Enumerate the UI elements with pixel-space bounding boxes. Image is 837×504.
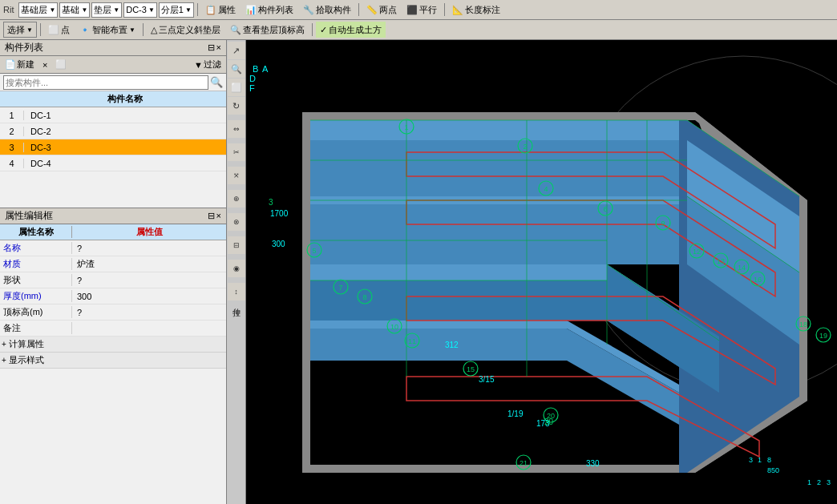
svg-text:1: 1 [758,456,762,464]
liangdian-button[interactable]: 📏 两点 [362,2,401,18]
svg-text:6: 6 [603,205,607,213]
dian-button[interactable]: ⬜ 点 [44,22,74,38]
table-row[interactable]: 2 DC-2 [0,123,226,139]
changdu-button[interactable]: 📐 长度标注 [448,2,504,18]
svg-text:16: 16 [754,276,762,284]
props-row-val[interactable]: ? [72,308,226,317]
sep4 [40,23,41,36]
svg-text:12: 12 [693,248,701,256]
svg-text:330: 330 [586,459,600,468]
sandian-button[interactable]: △ 三点定义斜垫层 [147,22,224,38]
panel-close-icon[interactable]: × [216,42,221,53]
display-style-group[interactable]: + 显示样式 [0,353,226,369]
delete-component-button[interactable]: × [39,58,51,71]
svg-text:3: 3 [749,456,753,464]
props-float-icon[interactable]: ⊟ [208,211,215,221]
liebiaoBtn-button[interactable]: 📊 构件列表 [241,2,297,18]
props-row-name: 顶标高(m) [0,306,72,318]
display-style-label: 显示样式 [9,354,44,366]
left-tools: ↗ 🔍 ⬜ ↻ ⇔ 延伸 ✂ 修剪 ⤧ 打断 ⊕ 合并 ⊗ 分割 ⊟ 对齐 ◉ … [227,40,246,504]
sep5 [143,23,144,36]
rotate-tool[interactable]: ↻ [228,97,245,115]
svg-text:3/15: 3/15 [479,375,495,384]
row-name: DC-4 [24,159,226,168]
fen1-dropdown[interactable]: 分层1 ▼ [159,2,194,18]
liangdian-label: 两点 [379,4,397,16]
dc3-dropdown[interactable]: DC-3 ▼ [123,2,157,18]
shuxing-button[interactable]: 📋 属性 [201,2,240,18]
extend-label: 延伸 [232,138,241,141]
new-icon: 📄 [5,59,16,70]
new-component-button[interactable]: 📄 新建 [2,57,38,72]
props-title-text: 属性编辑框 [5,209,53,223]
svg-text:850: 850 [767,466,779,474]
arrow-tool[interactable]: ↗ [228,42,245,59]
panel-title-text: 构件列表 [5,41,43,54]
align-tool[interactable]: ⊟ [228,236,245,254]
second-toolbar: 选择 ▼ ⬜ 点 🔹 智能布置 ▼ △ 三点定义斜垫层 🔍 查看垫层顶标高 ✓ … [0,20,837,40]
ticaigj-label: 拾取构件 [316,4,351,16]
zidong-button[interactable]: ✓ 自动生成土方 [316,22,386,38]
props-row-val[interactable]: 300 [72,292,226,301]
sandian-label: 三点定义斜垫层 [159,24,220,36]
svg-text:312: 312 [445,341,459,349]
copy-component-button[interactable]: ⬜ [52,58,70,71]
table-row[interactable]: 3 DC-3 [0,139,226,155]
trim-tool[interactable]: ✂ [228,143,245,161]
svg-text:3: 3 [269,198,273,207]
chakan-button[interactable]: 🔍 查看垫层顶标高 [226,22,309,38]
filter-icon: ▼ [194,60,203,70]
pull-label: 拉伸 [232,300,241,304]
svg-text:8: 8 [362,293,366,301]
svg-text:1: 1 [807,478,811,486]
zoom-tool[interactable]: 🔍 [228,60,245,78]
dieceng-arrow: ▼ [113,6,119,14]
jichu-label: 基础 [62,4,79,16]
offset-label: 偏移 [232,277,241,280]
ticaigj-icon: 🔧 [303,5,314,15]
props-row-val[interactable]: ? [72,276,226,285]
ticaigj-button[interactable]: 🔧 拾取构件 [299,2,355,18]
top-toolbar: Rit 基础层 ▼ 基础 ▼ 垫层 ▼ DC-3 ▼ 分层1 ▼ 📋 属性 📊 … [0,0,837,20]
panel-float-icon[interactable]: ⊟ [208,42,215,53]
new-label: 新建 [17,58,34,71]
jiceng-dropdown[interactable]: 基础层 ▼ [18,2,58,18]
merge-tool[interactable]: ⊕ [228,190,245,208]
search-input[interactable] [3,75,208,90]
filter-button[interactable]: ▼ 过滤 [191,57,224,72]
table-row[interactable]: 1 DC-1 [0,107,226,123]
copy-label: ⬜ [55,59,67,70]
zidong-icon: ✓ [320,25,327,35]
table-row[interactable]: 4 DC-4 [0,155,226,171]
props-row-name: 材质 [0,258,72,270]
liangdian-icon: 📏 [366,5,378,15]
break-tool[interactable]: ⤧ [228,167,245,184]
dieceng-dropdown[interactable]: 垫层 ▼ [91,2,122,18]
svg-text:D: D [249,74,256,83]
dc3-label: DC-3 [126,5,147,14]
svg-text:A: A [262,64,269,74]
panel-title-icons: ⊟ × [208,42,221,53]
props-close-icon[interactable]: × [216,211,221,221]
align-tool-group: ⊟ 对齐 [227,236,245,257]
dieceng-label: 垫层 [94,4,111,16]
liebiao-icon: 📊 [245,5,257,15]
jichu-dropdown[interactable]: 基础 ▼ [59,2,90,18]
svg-text:3: 3 [827,478,831,486]
rect-select-tool[interactable]: ⬜ [228,79,245,96]
xuanze-button[interactable]: 选择 ▼ [3,22,37,38]
main-viewport[interactable]: 1 2 4 6 9 5 12 13 14 16 7 8 10 11 15 18 [246,40,837,504]
zhineng-button[interactable]: 🔹 智能布置 ▼ [75,22,140,38]
extend-tool[interactable]: ⇔ [228,120,245,138]
calc-props-group[interactable]: + 计算属性 [0,337,226,353]
pull-tool-group: ↕ 拉伸 [227,283,245,304]
dian-label: 点 [61,24,70,36]
row-name: DC-3 [24,143,226,152]
offset-tool[interactable]: ◉ [228,260,245,277]
pinghang-button[interactable]: ⬛ 平行 [402,2,441,18]
props-row-val[interactable]: 炉渣 [72,258,226,270]
props-row-name: 形状 [0,274,72,286]
props-row-val[interactable]: ? [72,244,226,253]
pull-tool[interactable]: ↕ [228,283,245,300]
split-tool[interactable]: ⊗ [228,213,245,231]
